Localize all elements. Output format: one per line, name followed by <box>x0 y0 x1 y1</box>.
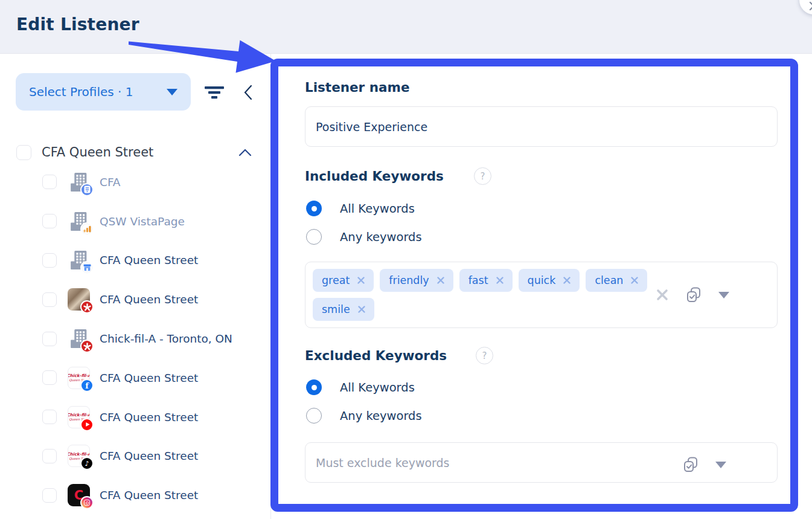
collapse-sidebar-button[interactable] <box>239 83 257 102</box>
radio-icon[interactable] <box>306 408 322 424</box>
profile-avatar <box>68 327 90 350</box>
profile-checkbox[interactable] <box>42 370 57 385</box>
profile-list: CFA QSW VistaPage CFA Queen Street CFA Q… <box>0 163 271 515</box>
keyword-chip-label: fast <box>468 274 488 286</box>
profile-avatar <box>68 171 90 193</box>
profile-name: QSW VistaPage <box>100 215 185 228</box>
included-any-keywords-option[interactable]: Any keywords <box>306 229 422 245</box>
close-icon <box>808 1 812 11</box>
profile-name: CFA Queen Street <box>100 489 198 501</box>
remove-keyword-icon[interactable] <box>357 277 365 284</box>
profile-avatar <box>68 210 90 233</box>
radio-option-label: Any keywords <box>340 409 422 423</box>
profile-name: CFA Queen Street <box>100 254 198 266</box>
listing-document-badge-icon <box>80 183 94 196</box>
profile-checkbox[interactable] <box>42 332 57 346</box>
keywords-dropdown-icon[interactable] <box>718 292 729 298</box>
facebook-badge-icon: f <box>80 379 94 392</box>
profile-checkbox[interactable] <box>42 292 57 307</box>
chevron-up-icon[interactable] <box>238 149 252 156</box>
profile-checkbox[interactable] <box>42 410 57 424</box>
keyword-chip: clean <box>586 269 647 292</box>
remove-keyword-icon[interactable] <box>358 306 365 313</box>
profile-list-item[interactable]: CFA <box>0 163 271 202</box>
group-checkbox[interactable] <box>16 145 31 160</box>
radio-icon[interactable] <box>306 379 322 395</box>
top-header-bar: Edit Listener <box>0 0 812 54</box>
keyword-chip: smile <box>313 298 374 321</box>
instagram-badge-icon <box>80 496 94 509</box>
excluded-all-keywords-option[interactable]: All Keywords <box>306 379 415 395</box>
profile-avatar: Chick-fil-AQueen St W♪ <box>68 445 90 467</box>
profile-checkbox[interactable] <box>42 488 57 503</box>
radio-option-label: Any keywords <box>340 230 422 244</box>
radio-icon[interactable] <box>306 229 322 245</box>
profile-avatar: Chick-fil-AQueen St W <box>68 406 90 428</box>
included-all-keywords-option[interactable]: All Keywords <box>306 201 415 216</box>
profiles-sidebar: Select Profiles · 1 CFA Queen Street CFA <box>0 54 271 519</box>
radio-icon[interactable] <box>306 201 322 216</box>
profile-group-row[interactable]: CFA Queen Street <box>0 140 271 164</box>
remove-keyword-icon[interactable] <box>563 277 571 284</box>
remove-keyword-icon[interactable] <box>496 277 504 284</box>
included-help-button[interactable]: ? <box>474 167 491 185</box>
profile-list-item[interactable]: CFA Queen Street <box>0 280 271 319</box>
copy-excluded-button[interactable] <box>682 456 700 474</box>
remove-keyword-icon[interactable] <box>631 277 638 284</box>
chevron-down-icon <box>167 89 177 95</box>
copy-check-icon <box>682 456 700 474</box>
copy-keywords-button[interactable] <box>685 286 703 304</box>
copy-check-icon <box>685 286 703 304</box>
profile-list-item[interactable]: Chick-fil-AQueen St W♪ CFA Queen Street <box>0 437 271 476</box>
keyword-chip-label: smile <box>322 303 350 315</box>
keyword-chip-label: quick <box>528 274 556 286</box>
keyword-chip-label: friendly <box>389 274 429 286</box>
profile-avatar: C <box>68 484 90 506</box>
profile-name: CFA <box>100 176 121 189</box>
analytics-badge-icon <box>80 222 94 236</box>
profile-checkbox[interactable] <box>42 253 57 268</box>
profile-checkbox[interactable] <box>42 175 57 189</box>
clear-keywords-button[interactable] <box>656 288 669 301</box>
question-mark-icon: ? <box>481 171 485 182</box>
included-keywords-heading: Included Keywords <box>305 169 444 184</box>
excluded-keywords-heading: Excluded Keywords <box>305 348 447 363</box>
group-label: CFA Queen Street <box>42 145 153 160</box>
profile-list-item[interactable]: Chick-fil-AQueen St Wf CFA Queen Street <box>0 358 271 398</box>
radio-option-label: All Keywords <box>340 202 415 216</box>
filter-button[interactable] <box>203 83 226 102</box>
yelp-badge-icon <box>80 340 94 353</box>
profile-name: CFA Queen Street <box>100 372 198 384</box>
profile-name: CFA Queen Street <box>100 450 198 462</box>
listener-name-input[interactable] <box>305 106 778 147</box>
profile-list-item[interactable]: QSW VistaPage <box>0 202 271 241</box>
excluded-help-button[interactable]: ? <box>476 347 493 364</box>
profile-avatar <box>68 288 90 311</box>
google-business-badge-icon <box>80 261 94 274</box>
profile-name: CFA Queen Street <box>100 411 198 424</box>
yelp-badge-icon <box>80 300 94 314</box>
page-title: Edit Listener <box>16 15 139 34</box>
profile-name: Chick-fil-A - Toronto, ON <box>100 332 232 345</box>
select-profiles-label: Select Profiles · 1 <box>29 85 133 99</box>
keyword-chip: fast <box>459 269 513 292</box>
keyword-chip: friendly <box>380 269 453 292</box>
radio-option-label: All Keywords <box>340 381 415 395</box>
profile-list-item[interactable]: Chick-fil-AQueen St W CFA Queen Street <box>0 398 271 437</box>
profile-avatar: Chick-fil-AQueen St Wf <box>68 367 90 389</box>
listener-edit-panel: Listener name Included Keywords ? All Ke… <box>270 59 798 512</box>
remove-keyword-icon[interactable] <box>437 277 444 284</box>
keyword-chip: quick <box>519 269 580 292</box>
profile-list-item[interactable]: Chick-fil-A - Toronto, ON <box>0 319 271 358</box>
question-mark-icon: ? <box>482 350 487 361</box>
profile-list-item[interactable]: CFA Queen Street <box>0 241 271 280</box>
excluded-dropdown-icon[interactable] <box>715 462 726 468</box>
profile-list-item[interactable]: C CFA Queen Street <box>0 475 271 515</box>
profile-checkbox[interactable] <box>42 214 57 228</box>
excluded-any-keywords-option[interactable]: Any keywords <box>306 408 422 424</box>
select-profiles-button[interactable]: Select Profiles · 1 <box>16 73 191 111</box>
youtube-badge-icon <box>80 418 94 431</box>
profile-checkbox[interactable] <box>42 449 57 463</box>
profile-name: CFA Queen Street <box>100 293 198 306</box>
filter-icon <box>204 86 225 99</box>
